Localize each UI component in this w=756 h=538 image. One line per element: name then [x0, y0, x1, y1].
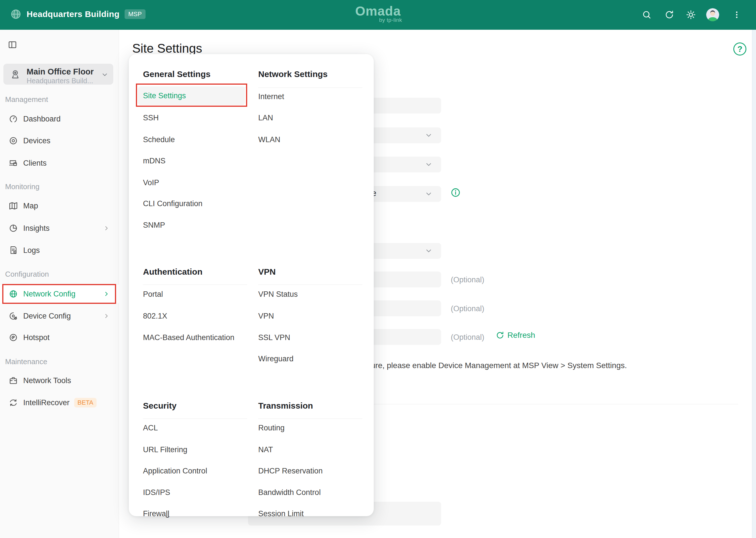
menu-item-ssh[interactable]: SSH	[143, 113, 159, 123]
log-document-icon	[9, 245, 18, 255]
top-header-bar: Headquarters Building MSP Omada by tp-li…	[0, 0, 756, 30]
menu-item-firewall[interactable]: Firewall	[143, 509, 169, 516]
chevron-down-icon	[425, 247, 433, 255]
recover-loop-icon	[9, 398, 18, 407]
info-icon[interactable]	[450, 187, 461, 198]
sidebar-section-maintenance: Maintenance	[5, 357, 47, 366]
chevron-down-icon	[101, 71, 108, 79]
sidebar-item-dashboard[interactable]: Dashboard	[0, 111, 119, 127]
chevron-right-icon	[103, 225, 110, 232]
search-icon[interactable]	[642, 10, 652, 20]
sidebar-collapse-icon[interactable]	[7, 40, 18, 50]
menu-item-session-limit[interactable]: Session Limit	[258, 509, 304, 516]
menu-item-internet[interactable]: Internet	[258, 92, 284, 101]
sidebar-item-devices[interactable]: Devices	[0, 133, 119, 149]
site-selector[interactable]: Main Office Floor Headquarters Build...	[3, 64, 113, 85]
sidebar-item-hotspot[interactable]: Hotspot	[0, 330, 119, 346]
menu-item-bandwidth-control[interactable]: Bandwidth Control	[258, 488, 321, 497]
menu-item-portal[interactable]: Portal	[143, 290, 163, 299]
menu-item-application-control[interactable]: Application Control	[143, 466, 207, 476]
map-icon	[9, 201, 18, 211]
menu-item-nat[interactable]: NAT	[258, 445, 273, 455]
section-underline	[143, 285, 247, 285]
menu-item-dhcp-reservation[interactable]: DHCP Reservation	[258, 466, 323, 476]
menu-section-network-settings: Network Settings	[258, 69, 328, 80]
menu-section-vpn: VPN	[258, 266, 276, 278]
optional-label: (Optional)	[451, 275, 484, 285]
menu-item-mdns[interactable]: mDNS	[143, 156, 166, 166]
sidebar: Main Office Floor Headquarters Build... …	[0, 30, 119, 538]
menu-item-vpn[interactable]: VPN	[258, 311, 274, 321]
site-selector-title: Main Office Floor	[27, 67, 94, 77]
chevron-down-icon	[425, 132, 433, 139]
menu-item-voip[interactable]: VoIP	[143, 178, 159, 188]
help-icon[interactable]: ?	[733, 42, 746, 56]
section-underline	[258, 285, 362, 285]
brand-area: Headquarters Building MSP	[10, 9, 145, 20]
section-underline	[258, 418, 362, 419]
menu-item-acl[interactable]: ACL	[143, 423, 158, 433]
menu-item-snmp[interactable]: SNMP	[143, 220, 165, 230]
user-avatar[interactable]	[706, 8, 719, 21]
menu-section-transmission: Transmission	[258, 400, 313, 411]
menu-item-ids-ips[interactable]: IDS/IPS	[143, 488, 170, 497]
sidebar-item-network-tools[interactable]: Network Tools	[0, 373, 119, 389]
menu-item-lan[interactable]: LAN	[258, 113, 273, 123]
site-name: Headquarters Building	[27, 9, 120, 19]
menu-item-routing[interactable]: Routing	[258, 423, 285, 433]
kebab-menu-icon[interactable]	[731, 10, 742, 20]
sidebar-item-device-config[interactable]: Device Config	[0, 308, 119, 324]
sidebar-item-network-config[interactable]: Network Config	[0, 285, 119, 303]
pie-chart-icon	[9, 223, 18, 233]
menu-item-schedule[interactable]: Schedule	[143, 135, 175, 144]
sidebar-item-clients[interactable]: Clients	[0, 155, 119, 171]
globe-icon	[10, 9, 22, 20]
disc-icon	[9, 136, 18, 145]
menu-item-vpn-status[interactable]: VPN Status	[258, 290, 298, 299]
menu-section-general-settings: General Settings	[143, 69, 210, 80]
menu-item-url-filtering[interactable]: URL Filtering	[143, 445, 188, 455]
refresh-icon[interactable]	[664, 10, 675, 20]
page-title: Site Settings	[132, 41, 202, 56]
sidebar-section-configuration: Configuration	[5, 269, 49, 279]
menu-item-wlan[interactable]: WLAN	[258, 135, 280, 144]
sidebar-item-map[interactable]: Map	[0, 198, 119, 214]
section-underline	[258, 87, 362, 88]
menu-item-ssl-vpn[interactable]: SSL VPN	[258, 333, 290, 342]
location-pin-icon	[10, 69, 21, 80]
menu-section-security: Security	[143, 400, 176, 411]
optional-label: (Optional)	[451, 332, 484, 342]
chevron-right-icon	[103, 313, 110, 319]
menu-item-8021x[interactable]: 802.1X	[143, 311, 167, 321]
gauge-icon	[9, 114, 18, 124]
menu-item-site-settings[interactable]: Site Settings	[138, 86, 245, 105]
refresh-label: Refresh	[508, 331, 535, 340]
menu-item-mac-based-authentication[interactable]: MAC-Based Authentication	[143, 333, 235, 342]
sidebar-section-monitoring: Monitoring	[5, 182, 39, 191]
toolbox-icon	[9, 376, 18, 385]
vertical-scrollbar[interactable]	[752, 30, 756, 538]
site-selector-subtitle: Headquarters Build...	[27, 77, 93, 85]
chevron-down-icon	[425, 161, 433, 169]
menu-item-wireguard[interactable]: Wireguard	[258, 354, 294, 363]
refresh-link[interactable]: Refresh	[496, 331, 535, 340]
theme-sun-icon[interactable]	[686, 10, 696, 20]
chevron-down-icon	[425, 190, 433, 198]
optional-label: (Optional)	[451, 304, 484, 313]
section-underline	[143, 418, 247, 419]
sidebar-item-intellirecover[interactable]: IntelliRecover BETA	[0, 395, 119, 410]
msp-badge: MSP	[125, 9, 145, 19]
device-management-notice: ure, please enable Device Management at …	[371, 361, 627, 370]
beta-badge: BETA	[74, 398, 97, 407]
sidebar-item-logs[interactable]: Logs	[0, 242, 119, 258]
refresh-circular-icon	[496, 331, 505, 340]
chevron-right-icon	[103, 291, 110, 297]
disc-gear-icon	[9, 311, 18, 321]
omada-logo: Omada by tp-link	[354, 3, 402, 23]
menu-item-cli-configuration[interactable]: CLI Configuration	[143, 199, 202, 208]
network-config-menu-popup: General Settings Network Settings Site S…	[129, 54, 374, 516]
sidebar-item-insights[interactable]: Insights	[0, 220, 119, 236]
omada-logo-text: Omada	[354, 3, 402, 19]
globe-config-icon	[9, 289, 18, 299]
hotspot-disc-icon	[9, 333, 18, 342]
